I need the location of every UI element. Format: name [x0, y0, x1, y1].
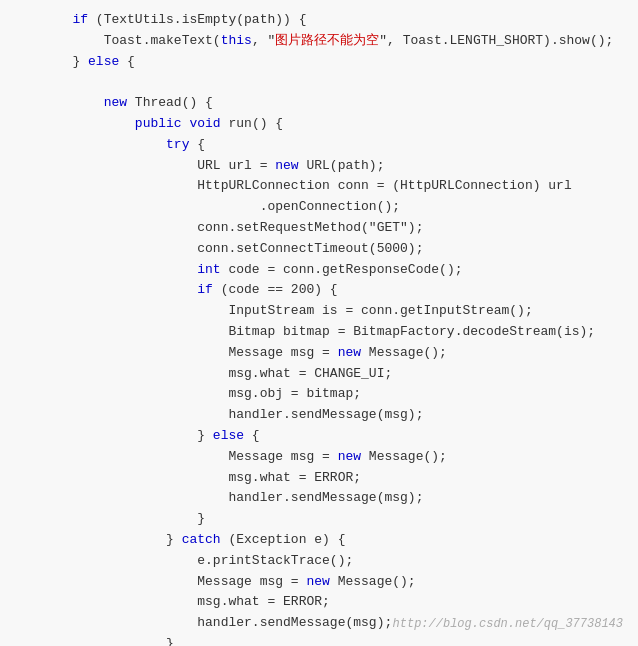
code-line: Message msg = new Message();	[10, 343, 628, 364]
code-line: HttpURLConnection conn = (HttpURLConnect…	[10, 176, 628, 197]
code-line: msg.what = ERROR;	[10, 468, 628, 489]
code-line: msg.what = CHANGE_UI;	[10, 364, 628, 385]
code-line: } else {	[10, 426, 628, 447]
code-line: public void run() {	[10, 114, 628, 135]
code-line: msg.what = ERROR;	[10, 592, 628, 613]
code-line: msg.obj = bitmap;	[10, 384, 628, 405]
code-line: .openConnection();	[10, 197, 628, 218]
code-line: conn.setRequestMethod("GET");	[10, 218, 628, 239]
code-line: new Thread() {	[10, 93, 628, 114]
code-line: } catch (Exception e) {	[10, 530, 628, 551]
code-line: }	[10, 509, 628, 530]
code-line: } else {	[10, 52, 628, 73]
code-line: InputStream is = conn.getInputStream();	[10, 301, 628, 322]
code-line: Toast.makeText(this, "图片路径不能为空", Toast.L…	[10, 31, 628, 52]
code-line: int code = conn.getResponseCode();	[10, 260, 628, 281]
code-line: handler.sendMessage(msg);	[10, 488, 628, 509]
code-line: if (code == 200) {	[10, 280, 628, 301]
code-line: try {	[10, 135, 628, 156]
code-line: }	[10, 634, 628, 646]
code-line: Message msg = new Message();	[10, 447, 628, 468]
code-line: conn.setConnectTimeout(5000);	[10, 239, 628, 260]
code-line: handler.sendMessage(msg);	[10, 405, 628, 426]
code-container: if (TextUtils.isEmpty(path)) { Toast.mak…	[0, 0, 638, 646]
code-line: if (TextUtils.isEmpty(path)) {	[10, 10, 628, 31]
code-block: if (TextUtils.isEmpty(path)) { Toast.mak…	[0, 10, 638, 646]
watermark: http://blog.csdn.net/qq_37738143	[393, 617, 623, 631]
code-line: URL url = new URL(path);	[10, 156, 628, 177]
code-line: Bitmap bitmap = BitmapFactory.decodeStre…	[10, 322, 628, 343]
code-line	[10, 72, 628, 93]
code-line: e.printStackTrace();	[10, 551, 628, 572]
code-line: Message msg = new Message();	[10, 572, 628, 593]
